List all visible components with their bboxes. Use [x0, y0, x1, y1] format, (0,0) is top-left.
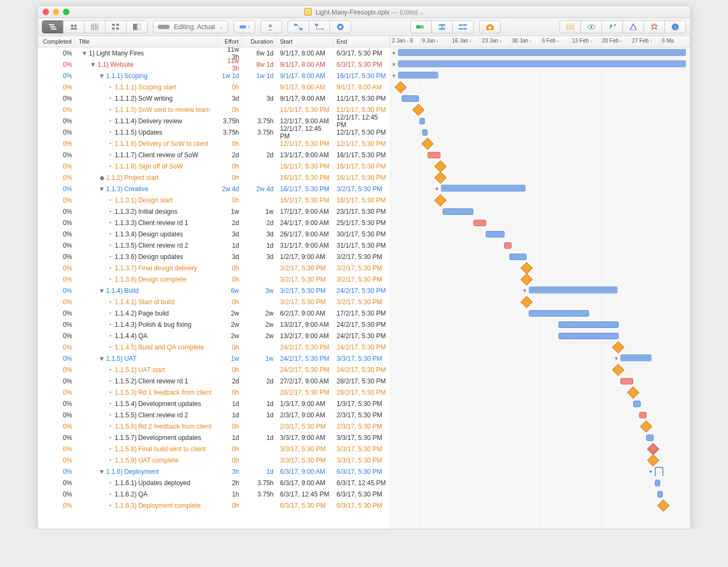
- gantt-row[interactable]: ▼: [390, 59, 690, 70]
- gantt-row[interactable]: [390, 319, 690, 330]
- gantt-row[interactable]: [390, 172, 690, 183]
- task-row[interactable]: 0%▼1.1.3) Creative2w 4d2w 4d16/1/17, 5:3…: [38, 183, 390, 194]
- task-row[interactable]: 0%•1.1.3.5) Client review rd 21d1d31/1/1…: [38, 240, 390, 251]
- cell-title[interactable]: •1.1.3.1) Design start: [75, 197, 218, 204]
- task-row[interactable]: 0%▼1.1) Website11w 3h8w 1d9/1/17, 8:00 A…: [38, 59, 390, 70]
- disclosure-triangle-icon[interactable]: ▼: [99, 185, 104, 193]
- cell-title[interactable]: •1.1.5.3) Rd 1 feedback from client: [75, 389, 218, 396]
- reschedule-button[interactable]: [431, 20, 453, 33]
- gantt-milestone-icon[interactable]: [521, 262, 533, 275]
- cell-title[interactable]: •1.1.3.3) Client review rd 1: [75, 219, 218, 227]
- cell-title[interactable]: •1.1.1.1) Scoping start: [75, 83, 218, 91]
- cell-title[interactable]: •1.1.1.8) Sign off of SoW: [75, 163, 218, 170]
- calendar-view-button[interactable]: [84, 20, 106, 33]
- task-row[interactable]: 0%•1.1.5.6) Rd 2 feedback from client0h2…: [38, 421, 390, 432]
- gantt-task-bar[interactable]: [419, 118, 425, 124]
- task-row[interactable]: 0%•1.1.6.2) QA1h3.75h6/3/17, 12:45 PM6/3…: [38, 488, 390, 500]
- critical-path-button[interactable]: [643, 20, 665, 33]
- gantt-task-bar[interactable]: [509, 254, 527, 260]
- gantt-row[interactable]: [390, 488, 690, 500]
- gantt-row[interactable]: [390, 93, 690, 104]
- task-row[interactable]: 0%▼1) Light Many Fires11w 3h8w 1d9/1/17,…: [38, 47, 390, 59]
- info-inspector-button[interactable]: i: [664, 20, 686, 33]
- task-row[interactable]: 0%•1.1.1.6) Delivery of SoW to client0h1…: [38, 138, 390, 149]
- task-row[interactable]: 0%•1.1.4.4) QA2w2w13/2/17, 9:00 AM24/2/1…: [38, 330, 390, 341]
- cell-title[interactable]: ▼1.1.4) Build: [75, 287, 218, 295]
- col-title[interactable]: Title: [75, 36, 218, 47]
- task-row[interactable]: 0%•1.1.4.3) Polish & bug fixing2w2w13/2/…: [38, 319, 390, 330]
- gantt-task-bar[interactable]: [558, 321, 619, 328]
- disclosure-triangle-icon[interactable]: ▼: [99, 287, 104, 295]
- gantt-task-bar[interactable]: [486, 231, 505, 237]
- gantt-row[interactable]: [390, 251, 690, 262]
- style-view-button[interactable]: [126, 20, 148, 33]
- level-button[interactable]: [452, 20, 474, 33]
- task-row[interactable]: 0%•1.1.1.7) Client review of SoW2d2d13/1…: [38, 149, 390, 160]
- cell-title[interactable]: •1.1.3.8) Design complete: [75, 276, 218, 283]
- gantt-row[interactable]: [390, 240, 690, 251]
- gantt-disclosure-icon[interactable]: ▼: [614, 356, 619, 361]
- cell-title[interactable]: •1.1.4.5) Build and QA complete: [75, 344, 218, 351]
- col-completed[interactable]: Completed: [38, 36, 75, 47]
- gantt-group-bar[interactable]: [398, 72, 438, 79]
- zoom-window-button[interactable]: [63, 9, 69, 15]
- task-row[interactable]: 0%•1.1.5.5) Client review rd 21d1d2/3/17…: [38, 409, 390, 421]
- sync-button[interactable]: ▾: [601, 20, 623, 33]
- gantt-task-bar[interactable]: [633, 401, 641, 407]
- gantt-row[interactable]: ▼: [390, 285, 690, 296]
- gantt-group-bar[interactable]: [529, 286, 618, 293]
- task-row[interactable]: 0%•1.1.5.1) UAT start0h24/2/17, 5:30 PM2…: [38, 364, 390, 375]
- gantt-milestone-icon[interactable]: [657, 500, 670, 512]
- task-row[interactable]: 0%•1.1.5.4) Development updates1d1d1/3/1…: [38, 398, 390, 409]
- disclosure-triangle-icon[interactable]: ▼: [99, 355, 104, 362]
- gantt-row[interactable]: [390, 432, 690, 443]
- task-row[interactable]: 0%•1.1.4.2) Page build2w2w6/2/17, 9:00 A…: [38, 307, 390, 319]
- chevron-down-icon[interactable]: ⌄: [419, 10, 424, 16]
- cell-title[interactable]: •1.1.1.4) Delivery review: [75, 117, 218, 125]
- cell-title[interactable]: •1.1.3.4) Design updates: [75, 230, 218, 238]
- task-row[interactable]: 0%•1.1.3.7) Final design delivery0h3/2/1…: [38, 262, 390, 274]
- network-view-button[interactable]: [105, 20, 127, 33]
- gantt-row[interactable]: [390, 149, 690, 160]
- gantt-task-bar[interactable]: [558, 333, 619, 339]
- disclosure-triangle-icon[interactable]: ▼: [99, 72, 104, 80]
- gantt-milestone-icon[interactable]: [627, 387, 640, 399]
- gantt-row[interactable]: ▼: [390, 353, 690, 364]
- cell-title[interactable]: •1.1.6.2) QA: [75, 491, 218, 498]
- task-row[interactable]: 0%•1.1.1.5) Updates3.75h3.75h12/1/17, 12…: [38, 127, 390, 138]
- gantt-row[interactable]: [390, 274, 690, 285]
- gantt-milestone-icon[interactable]: [521, 296, 533, 309]
- gantt-row[interactable]: ▼: [390, 466, 690, 477]
- col-duration[interactable]: Duration: [242, 36, 277, 47]
- gantt-task-bar[interactable]: [655, 480, 660, 486]
- col-end[interactable]: End: [333, 36, 390, 47]
- snapshot-button[interactable]: [479, 20, 501, 33]
- outline-inspector-button[interactable]: [559, 20, 581, 33]
- cell-title[interactable]: •1.1.6.3) Deployment complete: [75, 502, 218, 509]
- gantt-row[interactable]: [390, 228, 690, 240]
- gantt-row[interactable]: [390, 160, 690, 172]
- cell-title[interactable]: ▼1.1) Website: [75, 61, 218, 68]
- task-row[interactable]: 0%•1.1.5.2) Client review rd 12d2d27/2/1…: [38, 375, 390, 387]
- gantt-milestone-icon[interactable]: [422, 138, 434, 150]
- cell-title[interactable]: ▼1) Light Many Fires: [75, 50, 218, 57]
- gantt-task-bar[interactable]: [620, 378, 633, 384]
- gantt-row[interactable]: [390, 296, 690, 307]
- cell-title[interactable]: •1.1.3.7) Final design delivery: [75, 264, 218, 272]
- gantt-row[interactable]: [390, 477, 690, 488]
- cell-title[interactable]: •1.1.1.7) Client review of SoW: [75, 151, 218, 159]
- resource-view-button[interactable]: [63, 20, 85, 33]
- cell-title[interactable]: •1.1.1.6) Delivery of SoW to client: [75, 140, 218, 148]
- gantt-row[interactable]: [390, 104, 690, 115]
- task-row[interactable]: 0%•1.1.1.2) SoW writing3d3d9/1/17, 9:00 …: [38, 93, 390, 104]
- gantt-group-bar[interactable]: [398, 60, 686, 67]
- gantt-milestone-icon[interactable]: [412, 104, 425, 116]
- gantt-row[interactable]: [390, 138, 690, 149]
- cell-title[interactable]: •1.1.3.5) Client review rd 2: [75, 242, 218, 249]
- cell-title[interactable]: ▼1.1.1) Scoping: [75, 72, 218, 80]
- gantt-group-bar[interactable]: [398, 49, 686, 56]
- gantt-pane[interactable]: ▼▼▼▼▼▼▼: [390, 47, 690, 529]
- gantt-task-bar[interactable]: [473, 220, 486, 226]
- task-row[interactable]: 0%▼1.1.1) Scoping1w 1d1w 1d9/1/17, 8:00 …: [38, 70, 390, 81]
- task-row[interactable]: 0%•1.1.6.1) Updates deployed2h3.75h6/3/1…: [38, 477, 390, 488]
